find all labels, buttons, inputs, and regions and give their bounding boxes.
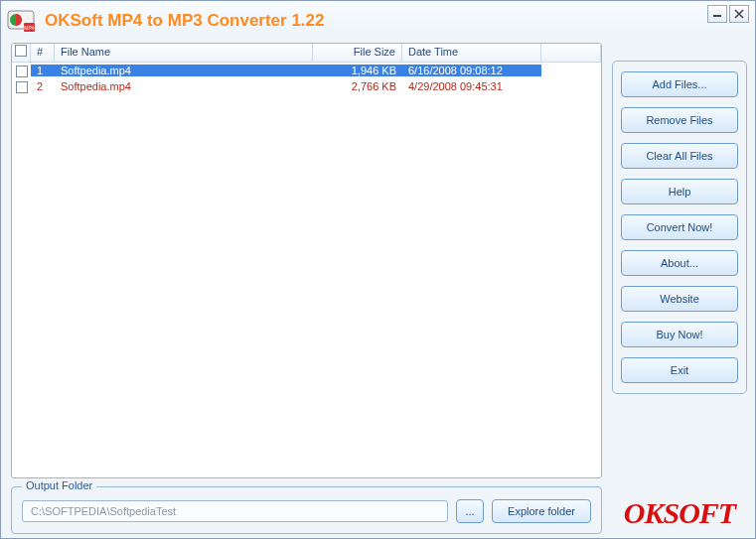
app-title: OKSoft MP4 to MP3 Converter 1.22 <box>45 11 707 31</box>
website-button[interactable]: Website <box>621 286 738 312</box>
row-filesize: 2,766 KB <box>313 80 402 92</box>
file-row[interactable]: 2 Softpedia.mp4 2,766 KB 4/29/2008 09:45… <box>12 78 601 94</box>
help-button[interactable]: Help <box>621 179 738 204</box>
row-number: 1 <box>31 65 55 76</box>
output-folder-legend: Output Folder <box>22 479 96 491</box>
remove-files-button[interactable]: Remove Files <box>621 107 738 133</box>
header-number[interactable]: # <box>31 44 55 62</box>
buy-now-button[interactable]: Buy Now! <box>621 322 738 347</box>
file-row[interactable]: 1 Softpedia.mp4 1,946 KB 6/16/2008 09:08… <box>12 63 601 78</box>
row-checkbox[interactable] <box>12 64 31 76</box>
close-button[interactable] <box>729 5 749 23</box>
window-controls <box>707 5 749 23</box>
header-datetime[interactable]: Date Time <box>402 44 541 62</box>
about-button[interactable]: About... <box>621 250 738 276</box>
minimize-button[interactable] <box>707 5 727 23</box>
list-body: 1 Softpedia.mp4 1,946 KB 6/16/2008 09:08… <box>12 63 601 477</box>
header-filename[interactable]: File Name <box>55 44 313 62</box>
list-header: # File Name File Size Date Time <box>12 44 601 63</box>
row-filename: Softpedia.mp4 <box>55 80 313 92</box>
clear-all-files-button[interactable]: Clear All Files <box>621 143 738 169</box>
explore-folder-button[interactable]: Explore folder <box>492 499 591 523</box>
add-files-button[interactable]: Add Files... <box>621 71 738 97</box>
header-checkbox[interactable] <box>12 44 31 62</box>
row-number: 2 <box>31 80 55 92</box>
content-area: # File Name File Size Date Time 1 Softpe… <box>1 37 755 538</box>
sidebar-buttons: Add Files... Remove Files Clear All File… <box>612 61 747 394</box>
app-icon: MP4 <box>7 7 35 35</box>
left-column: # File Name File Size Date Time 1 Softpe… <box>11 43 602 534</box>
row-checkbox[interactable] <box>12 79 31 92</box>
right-column: Add Files... Remove Files Clear All File… <box>612 43 747 534</box>
row-datetime: 6/16/2008 09:08:12 <box>402 65 541 76</box>
convert-now-button[interactable]: Convert Now! <box>621 214 738 240</box>
brand-logo: OKSOFT <box>612 490 747 534</box>
row-filesize: 1,946 KB <box>313 65 402 76</box>
row-datetime: 4/29/2008 09:45:31 <box>402 80 541 92</box>
row-filename: Softpedia.mp4 <box>55 65 313 76</box>
browse-button[interactable]: ... <box>456 499 484 523</box>
titlebar: MP4 OKSoft MP4 to MP3 Converter 1.22 <box>1 1 755 37</box>
file-list[interactable]: # File Name File Size Date Time 1 Softpe… <box>11 43 602 478</box>
header-filesize[interactable]: File Size <box>313 44 402 62</box>
output-folder-group: Output Folder ... Explore folder <box>11 486 602 534</box>
svg-text:MP4: MP4 <box>24 25 35 31</box>
app-window: MP4 OKSoft MP4 to MP3 Converter 1.22 # F… <box>0 0 756 539</box>
exit-button[interactable]: Exit <box>621 357 738 383</box>
output-folder-row: ... Explore folder <box>22 499 591 523</box>
header-pad <box>541 44 601 62</box>
output-folder-input[interactable] <box>22 500 448 522</box>
